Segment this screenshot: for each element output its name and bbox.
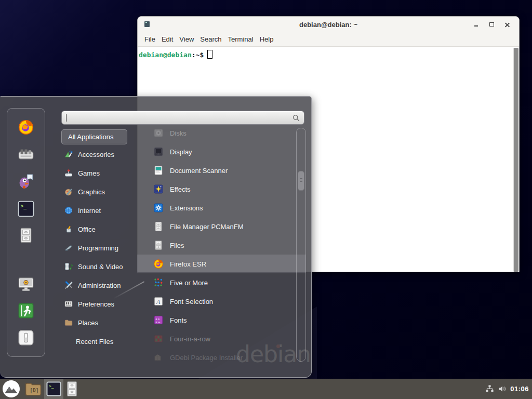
log-out-button[interactable] (17, 303, 35, 321)
category-internet[interactable]: Internet (57, 201, 136, 220)
terminal-window-icon (144, 21, 150, 27)
cabinet-small-icon (65, 381, 78, 397)
category-programming[interactable]: Programming (57, 238, 136, 257)
text-caret (66, 114, 66, 122)
app-four-in-a-row[interactable]: Four-in-a-row (137, 329, 306, 348)
taskbar-clock[interactable]: 01:06 (510, 385, 529, 393)
file-cabinet-icon (153, 221, 164, 232)
search-input[interactable] (61, 111, 304, 125)
minimize-button[interactable] (468, 19, 484, 30)
category-graphics[interactable]: Graphics (57, 182, 136, 201)
firefox-favorite-button[interactable] (17, 119, 35, 137)
terminal-small-icon: >_ (46, 381, 61, 396)
terminal-scrollbar[interactable] (513, 48, 518, 272)
category-sound-video[interactable]: Sound & Video (57, 257, 136, 276)
category-preferences[interactable]: Preferences (57, 295, 136, 313)
maximize-icon (489, 22, 494, 26)
file-cabinet-icon (153, 240, 164, 250)
firefox-icon (153, 259, 164, 269)
shut-down-button[interactable] (17, 330, 35, 348)
shut-down-icon (18, 329, 34, 348)
category-office[interactable]: Office (57, 220, 136, 238)
favorites-panel: >_ (7, 108, 45, 357)
app-display[interactable]: Display (137, 142, 306, 161)
file-manager-launcher[interactable]: [D] (22, 379, 44, 399)
maximize-button[interactable] (484, 19, 499, 30)
app-label: Firefox ESR (170, 260, 206, 268)
lock-screen-icon (18, 276, 34, 295)
fonts-icon: a aa ω (153, 315, 164, 325)
close-button[interactable] (499, 19, 515, 30)
app-files[interactable]: Files (137, 236, 306, 255)
category-games[interactable]: Games (57, 164, 136, 182)
internet-icon (64, 206, 73, 215)
app-label: Fonts (170, 316, 187, 324)
app-label: Document Scanner (170, 167, 228, 175)
applications-scrollbar[interactable] (296, 128, 306, 362)
terminal-menu-edit[interactable]: Edit (158, 35, 176, 43)
terminal-favorite-button[interactable]: >_ (17, 201, 35, 219)
app-label: Files (170, 242, 184, 249)
app-effects[interactable]: Effects (137, 180, 306, 198)
svg-text:>_: >_ (21, 203, 27, 209)
category-label: Recent Files (76, 338, 113, 345)
app-extensions[interactable]: Extensions (137, 198, 306, 217)
category-recent-files[interactable]: Recent Files (57, 332, 136, 351)
app-fonts[interactable]: a aa ωFonts (137, 311, 306, 329)
terminal-menu-help[interactable]: Help (257, 35, 277, 43)
terminal-menu-terminal[interactable]: Terminal (225, 35, 257, 43)
app-label: Font Selection (170, 298, 213, 305)
application-list: DisksDisplayDocument ScannerEffectsExten… (137, 124, 306, 367)
app-five-or-more[interactable]: Five or More (137, 273, 306, 292)
category-places[interactable]: Places (57, 313, 136, 332)
font-selection-icon: A (153, 296, 164, 307)
administration-icon (64, 281, 73, 289)
files-window-button[interactable] (63, 379, 81, 399)
terminal-icon: >_ (18, 201, 34, 219)
office-icon (64, 225, 73, 233)
graphics-icon (64, 188, 73, 196)
menu-button[interactable] (0, 379, 22, 399)
app-label: Four-in-a-row (170, 335, 210, 343)
file-manager-favorite-button[interactable] (17, 228, 35, 245)
preferences-icon (64, 300, 73, 308)
app-label: Five or More (170, 279, 208, 287)
svg-text:[D]: [D] (30, 388, 38, 393)
app-file-manager-pcmanfm[interactable]: File Manager PCManFM (137, 217, 306, 236)
scrollbar-handle[interactable] (298, 171, 304, 191)
all-applications-button[interactable]: All Applications (61, 129, 127, 144)
display-icon (153, 147, 164, 157)
terminal-window-button[interactable]: >_ (44, 379, 63, 399)
terminal-prompt: debian@debian:~$ (138, 47, 519, 59)
terminal-menu-file[interactable]: File (141, 35, 158, 43)
app-document-scanner[interactable]: Document Scanner (137, 161, 306, 180)
app-firefox-esr[interactable]: Firefox ESR (137, 255, 306, 273)
pidgin-favorite-button[interactable] (17, 173, 35, 191)
accessories-icon (64, 150, 73, 158)
document-scanner-icon (153, 165, 164, 176)
app-disks[interactable]: Disks (137, 124, 306, 142)
terminal-titlebar[interactable]: debian@debian: ~ (138, 17, 519, 32)
app-gdebi-package-installer[interactable]: GDebi Package Installer (137, 348, 306, 367)
log-out-icon (18, 302, 34, 321)
control-center-favorite-button[interactable] (17, 147, 35, 164)
close-icon (505, 22, 510, 27)
terminal-menu-view[interactable]: View (176, 35, 197, 43)
svg-text:>_: >_ (49, 384, 54, 389)
disks-icon (153, 128, 164, 138)
category-label: Accessories (78, 151, 114, 158)
app-font-selection[interactable]: AFont Selection (137, 292, 306, 311)
app-label: Display (170, 148, 192, 156)
debian-menu-icon (2, 380, 20, 398)
volume-icon[interactable] (498, 384, 507, 393)
svg-text:A: A (156, 298, 161, 305)
app-label: Effects (170, 185, 191, 193)
four-in-a-row-icon (153, 334, 164, 344)
sound-video-icon (64, 262, 73, 271)
network-icon[interactable] (485, 384, 494, 393)
lock-screen-button[interactable] (17, 276, 35, 294)
terminal-menu-search[interactable]: Search (197, 35, 224, 43)
category-accessories[interactable]: Accessories (57, 145, 136, 164)
category-label: Preferences (78, 300, 114, 308)
app-label: File Manager PCManFM (170, 223, 244, 231)
